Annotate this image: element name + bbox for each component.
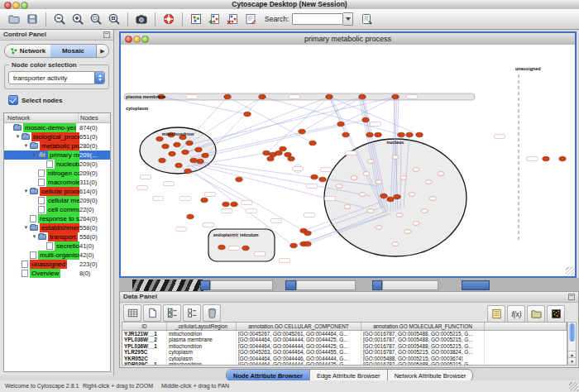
graph-node[interactable] xyxy=(224,94,231,99)
tab-overflow-arrow[interactable]: ▶ xyxy=(96,45,108,57)
tab-network-attribute-browser[interactable]: Network Attribute Browser xyxy=(388,370,473,381)
network-overview-button[interactable] xyxy=(188,11,204,27)
attribute-notes-button[interactable] xyxy=(487,305,505,323)
graph-node-outline[interactable] xyxy=(396,213,403,218)
tree-row-biological-process[interactable]: ▼biological_process651(0) xyxy=(4,132,110,141)
graph-node-outline[interactable] xyxy=(359,193,366,197)
graph-node[interactable] xyxy=(299,129,305,134)
graph-node[interactable] xyxy=(184,169,191,174)
graph-node[interactable] xyxy=(319,177,326,182)
table-editor-button[interactable] xyxy=(123,304,141,322)
graph-node[interactable] xyxy=(162,144,169,149)
graph-node[interactable] xyxy=(326,94,333,99)
tree-row-mosaic-demo-yeast[interactable]: mosaic-demo-yeast874(0) xyxy=(4,123,110,132)
graph-node[interactable] xyxy=(311,174,318,179)
tree-disclosure-arrow[interactable]: ▼ xyxy=(22,223,30,232)
graph-node[interactable] xyxy=(375,132,381,137)
graph-node[interactable] xyxy=(174,142,180,147)
select-attributes-button[interactable] xyxy=(163,304,181,322)
graph-node-outline[interactable] xyxy=(336,184,342,189)
formula-builder-button[interactable]: f(x) xyxy=(507,305,525,323)
table-row[interactable]: YKR052Ccytoplasm[GO:0044464, GO:0044446,… xyxy=(122,356,567,361)
column-header[interactable]: annotation.GO CELLULAR_COMPONENT xyxy=(237,323,361,330)
network-canvas[interactable]: plasma membranecytoplasmmitochondrionnuc… xyxy=(121,45,575,276)
canvas-resize-grip[interactable] xyxy=(566,267,574,275)
graph-node[interactable] xyxy=(275,151,282,155)
zoom-out-button[interactable] xyxy=(51,11,68,27)
graph-node[interactable] xyxy=(259,94,266,99)
tree-row-cellular-metabol[interactable]: cellular metabol209(0) xyxy=(4,196,110,205)
select-nodes-checkbox[interactable] xyxy=(8,95,18,105)
graph-node[interactable] xyxy=(362,117,369,122)
matrix-view-button[interactable] xyxy=(547,305,565,323)
open-attribute-file-button[interactable] xyxy=(527,305,545,323)
column-header[interactable]: _cellularLayoutRegion xyxy=(167,323,237,330)
graph-node[interactable] xyxy=(366,132,373,137)
graph-node[interactable] xyxy=(380,194,387,198)
tab-edge-attribute-browser[interactable]: Edge Attribute Browser xyxy=(310,370,388,381)
tree-row-cell-communicat[interactable]: cell communicat22(0) xyxy=(4,205,110,214)
graph-node[interactable] xyxy=(182,150,189,155)
attribute-mapping-button[interactable] xyxy=(183,304,201,322)
graph-node[interactable] xyxy=(543,156,549,161)
help-ring-button[interactable] xyxy=(160,11,177,27)
graph-node[interactable] xyxy=(159,158,165,163)
graph-node-outline[interactable] xyxy=(367,209,374,213)
float-panel-icon[interactable] xyxy=(103,31,110,38)
graph-node[interactable] xyxy=(290,243,297,248)
graph-node[interactable] xyxy=(342,132,349,137)
table-row[interactable]: YPL036W__2plasma membrane[GO:0044464, GO… xyxy=(122,337,567,342)
tree-row-multi-organism-pro[interactable]: multi-organism pro42(0) xyxy=(4,251,110,260)
graph-node[interactable] xyxy=(197,159,203,164)
graph-node-outline[interactable] xyxy=(367,160,374,164)
graph-node-outline[interactable] xyxy=(429,197,436,201)
tab-network[interactable]: Network xyxy=(5,45,50,57)
modify-network-add-button[interactable] xyxy=(206,11,223,27)
graph-node-outline[interactable] xyxy=(376,180,382,184)
graph-node[interactable] xyxy=(236,177,242,182)
tree-row-overview[interactable]: Overview8(0) xyxy=(4,269,110,278)
graph-node[interactable] xyxy=(223,202,229,207)
scrollbar-thumb[interactable] xyxy=(569,323,575,342)
tree-row-metabolic-process[interactable]: ▼metabolic process280(0) xyxy=(4,141,110,151)
annotation-button[interactable] xyxy=(242,11,259,27)
graph-node[interactable] xyxy=(398,132,404,137)
delete-attribute-button[interactable] xyxy=(203,304,221,322)
graph-node[interactable] xyxy=(288,156,294,161)
graph-node-outline[interactable] xyxy=(363,172,370,176)
table-row[interactable]: YDR039C__1mitochondrion[GO:0044464, GO:0… xyxy=(122,361,567,366)
tree-row-cellular-process[interactable]: ▼cellular process614(0) xyxy=(4,187,110,196)
graph-node[interactable] xyxy=(387,197,394,202)
zoom-selected-region-button[interactable] xyxy=(88,11,104,27)
tree-row-nucleobase-[interactable]: nucleobase-209(0) xyxy=(4,160,110,169)
graph-node[interactable] xyxy=(242,246,249,251)
graph-node-outline[interactable] xyxy=(400,176,407,180)
graph-node[interactable] xyxy=(394,194,400,199)
graph-node-outline[interactable] xyxy=(392,242,399,246)
graph-node[interactable] xyxy=(267,156,274,161)
graph-node-outline[interactable] xyxy=(413,222,419,226)
window-resize-grip[interactable] xyxy=(569,382,578,391)
data-panel-float-icon[interactable] xyxy=(568,294,575,300)
tab-node-attribute-browser[interactable]: Node Attribute Browser xyxy=(227,370,310,381)
table-row[interactable]: YLR295Ccytoplasm[GO:0045263, GO:0044464,… xyxy=(122,349,567,355)
new-attribute-button[interactable] xyxy=(143,304,161,322)
network-window-titlebar[interactable]: primary metabolic process xyxy=(121,33,575,45)
graph-node[interactable] xyxy=(218,245,225,250)
graph-node[interactable] xyxy=(559,156,566,161)
tree-row-macromolecule[interactable]: macromolecule311(0) xyxy=(4,178,110,187)
graph-node[interactable] xyxy=(309,141,316,146)
tree-row-transport[interactable]: ▼transport558(0) xyxy=(4,232,110,241)
tree-row-response-to-stimulu[interactable]: response to stimulu264(0) xyxy=(4,214,110,223)
graph-node[interactable] xyxy=(416,132,423,137)
graph-node[interactable] xyxy=(392,94,399,99)
graph-node-outline[interactable] xyxy=(425,180,432,184)
graph-node-outline[interactable] xyxy=(421,209,428,213)
zoom-fit-button[interactable] xyxy=(106,11,122,27)
attribute-table[interactable]: ID_cellularLayoutRegionannotation.GO CEL… xyxy=(122,322,567,366)
graph-node-outline[interactable] xyxy=(344,205,351,209)
graph-node-outline[interactable] xyxy=(413,168,419,172)
graph-node[interactable] xyxy=(231,202,237,207)
graph-node[interactable] xyxy=(195,147,202,152)
graph-node[interactable] xyxy=(304,231,311,236)
